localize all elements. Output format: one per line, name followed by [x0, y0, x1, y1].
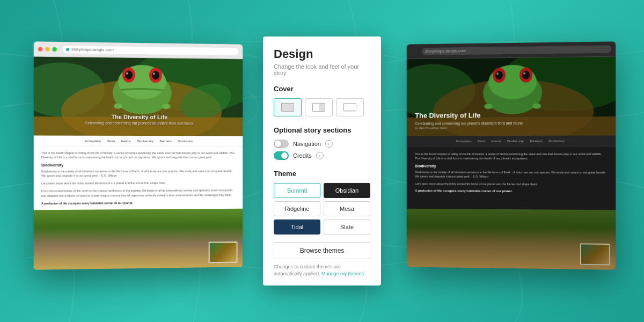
right-hero-text: The Diversity of Life Celebrating and co… [407, 105, 531, 136]
minimize-dot [45, 47, 49, 51]
right-paragraph-1: This is the fourth chapter in telling of… [415, 152, 607, 161]
nav-biodiversity: Biodiversity [137, 139, 153, 142]
theme-summit[interactable]: Summit [274, 183, 320, 198]
left-bold-text: A profusion of life occupies every habit… [41, 200, 236, 206]
design-panel: Design Change the look and feel of your … [263, 36, 381, 286]
left-hero-title: The Diversity of Life [34, 113, 243, 121]
left-article-content: This is the fourth chapter in telling of… [34, 147, 243, 214]
left-paragraph-3: Let's learn more about the richly storie… [41, 180, 236, 185]
theme-obsidian[interactable]: Obsidian [324, 183, 370, 198]
panel-title: Design [274, 47, 370, 61]
left-paragraph-1: This is the fourth chapter in telling of… [41, 151, 236, 160]
left-hero-subtitle: Celebrating and conserving our planet's … [34, 121, 243, 126]
close-dot [38, 47, 42, 51]
cover-option-minimal[interactable] [336, 98, 364, 116]
right-mini-thumbnail [580, 243, 610, 265]
svg-point-16 [114, 104, 122, 109]
cover-full-icon [281, 103, 294, 112]
right-browser-bar: storymaps.arcgis.com [407, 41, 616, 59]
theme-slate[interactable]: Slate [324, 219, 370, 235]
svg-point-28 [496, 72, 499, 75]
left-hero-image: The Diversity of Life Celebrating and co… [34, 57, 243, 136]
right-hero-image: The Diversity of Life Celebrating and co… [407, 57, 616, 136]
theme-section: Theme Summit Obsidian Ridgeline Mesa Tid… [274, 170, 370, 235]
left-url-text: storymaps.arcgis.com [71, 47, 114, 52]
right-hero-subtitle: Celebrating and conserving our planet's … [415, 121, 523, 126]
left-hero-text: The Diversity of Life Celebrating and co… [34, 113, 243, 126]
right-hero-title: The Diversity of Life [415, 111, 523, 120]
left-landscape [34, 209, 243, 270]
dark-nav-fauna: Fauna [492, 140, 501, 143]
left-mini-thumbnail [209, 241, 238, 263]
navigation-label: Navigation [293, 141, 321, 147]
theme-ridgeline[interactable]: Ridgeline [274, 201, 320, 216]
theme-tidal[interactable]: Tidal [274, 219, 320, 235]
navigation-toggle-row: Navigation i [274, 140, 370, 148]
svg-point-14 [152, 71, 159, 79]
nav-fauna: Fauna [121, 139, 130, 142]
credits-info-icon[interactable]: i [316, 152, 324, 159]
svg-point-11 [125, 71, 133, 79]
left-paragraph-4: From the boreal forests of the north to … [41, 188, 236, 198]
right-url-text: storymaps.arcgis.com [425, 48, 466, 54]
cover-section-label: Cover [274, 85, 370, 93]
left-heading-1: Biodiversity [41, 163, 236, 166]
navigation-toggle-knob [275, 141, 281, 147]
cover-split-icon [312, 103, 325, 112]
browse-themes-button[interactable]: Browse themes [274, 242, 370, 259]
credits-label: Credits [293, 152, 312, 159]
dark-nav-flora: Flora [478, 140, 486, 143]
right-hero-author: by Ann Proudfoot Noel [415, 126, 523, 130]
svg-point-17 [162, 104, 171, 109]
theme-mesa[interactable]: Mesa [324, 201, 370, 216]
cover-option-split[interactable] [305, 98, 333, 116]
right-url-bar: storymaps.arcgis.com [422, 45, 611, 55]
nav-flora: Flora [107, 139, 115, 142]
theme-grid: Summit Obsidian Ridgeline Mesa Tidal Sla… [274, 183, 370, 235]
optional-sections-label: Optional story sections [274, 126, 370, 134]
credits-toggle[interactable] [274, 151, 289, 160]
nav-production: Production [178, 140, 193, 143]
left-browser-window: storymaps.arcgis.com [34, 41, 243, 269]
left-paragraph-2: Biodiversity is the totality of all inhe… [41, 169, 236, 178]
left-url-bar: storymaps.arcgis.com [63, 46, 239, 55]
credits-toggle-row: Credits i [274, 151, 370, 160]
right-browser-window: storymaps.arcgis.com [407, 41, 616, 269]
right-landscape [407, 209, 616, 270]
right-paragraph-3: Let's learn more about the richly storie… [415, 181, 607, 186]
optional-sections: Optional story sections Navigation i Cre… [274, 126, 370, 160]
navigation-toggle[interactable] [274, 140, 289, 148]
navigation-info-icon[interactable]: i [325, 140, 333, 148]
right-paragraph-2: Biodiversity is the totality of all inhe… [415, 170, 607, 179]
right-heading-1: Biodiversity [415, 164, 607, 167]
left-browser-content: The Diversity of Life Celebrating and co… [34, 57, 243, 270]
svg-point-27 [495, 71, 503, 79]
dark-nav-partners: Partners [530, 139, 543, 142]
cover-minimal-icon [343, 103, 356, 112]
cover-options-group [274, 98, 370, 116]
nav-partners: Partners [160, 140, 172, 143]
cover-section: Cover [274, 85, 370, 116]
cover-option-full[interactable] [274, 98, 302, 116]
svg-point-15 [153, 72, 155, 75]
left-browser-bar: storymaps.arcgis.com [34, 41, 243, 59]
right-nav-bar: Ecosystem Flora Fauna Biodiversity Partn… [407, 136, 616, 147]
right-browser-content: The Diversity of Life Celebrating and co… [407, 57, 616, 270]
svg-point-33 [532, 104, 541, 109]
right-article-content: This is the fourth chapter in telling of… [407, 147, 616, 202]
secure-icon [66, 48, 69, 51]
dark-nav-biodiversity: Biodiversity [507, 139, 524, 142]
manage-themes-link[interactable]: Manage my themes [321, 271, 364, 276]
maximize-dot [53, 47, 57, 51]
dark-nav-ecosystem: Ecosystem [456, 140, 472, 143]
panel-subtitle: Change the look and feel of your story [274, 63, 370, 76]
svg-point-30 [522, 71, 530, 79]
credits-toggle-knob [281, 152, 288, 159]
panel-footer: Changes to custom themes are automatical… [274, 264, 370, 277]
dark-nav-production: Production [549, 139, 565, 142]
nav-ecosystem: Ecosystem [85, 139, 101, 142]
left-nav-bar: Ecosystem Flora Fauna Biodiversity Partn… [34, 136, 243, 147]
theme-section-label: Theme [274, 170, 370, 178]
right-bold-text: A profusion of life occupies every habit… [415, 189, 607, 194]
